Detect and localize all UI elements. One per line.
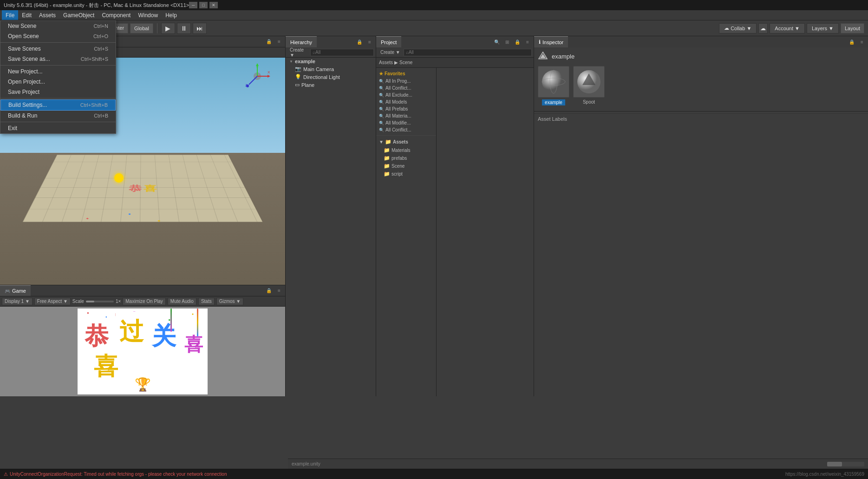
menu-file[interactable]: File [2,10,18,20]
menu-exit[interactable]: Exit [0,123,116,133]
inspector-asset-2[interactable]: Spoot [573,66,605,105]
menu-window[interactable]: Window [134,10,162,20]
menu-new-project[interactable]: New Project... [0,66,116,77]
inspector-menu-icon[interactable]: ≡ [858,38,866,46]
game-panel: 🎮 Game 🔒 ≡ Display 1 ▼ Free Aspect ▼ Sca… [0,285,285,396]
hierarchy-toolbar: Create ▼ [286,47,376,58]
project-toolbar: Create ▼ [376,47,534,58]
fav-all-conflict-2[interactable]: 🔍 All Conflict... [376,126,436,133]
hierarchy-example-label: example [295,59,315,64]
assets-main-panel [437,68,534,396]
close-button[interactable]: ✕ [209,2,218,8]
scene-menu-icon[interactable]: ≡ [275,38,283,46]
project-tab[interactable]: Project [376,36,401,47]
assets-arrow-icon: ▼ [379,139,384,144]
project-create-btn[interactable]: Create ▼ [378,49,403,55]
file-dropdown-menu: New SceneCtrl+N Open SceneCtrl+O Save Sc… [0,20,116,134]
minimize-button[interactable]: ─ [189,2,197,8]
toolbar-pause-button[interactable]: ⏸ [177,23,191,34]
toolbar-layers-button[interactable]: Layers ▼ [807,23,839,33]
menu-open-project[interactable]: Open Project... [0,77,116,87]
fav-search-icon-7: 🔍 [379,121,384,125]
hierarchy-main-camera[interactable]: 📷 Main Camera [286,65,376,73]
fav-all-prefabs[interactable]: 🔍 All Prefabs [376,105,436,112]
inspector-panel-icons: 🔒 ≡ [848,38,868,46]
menu-save-scenes[interactable]: Save ScenesCtrl+S [0,44,116,54]
inspector-asset-1[interactable]: example [538,66,569,105]
game-stats-btn[interactable]: Stats [198,298,215,305]
title-controls: ─ □ ✕ [189,2,218,8]
menu-gameobject[interactable]: GameObject [59,10,98,20]
menu-save-scene-as[interactable]: Save Scene as...Ctrl+Shift+S [0,54,116,64]
asset-folder-script[interactable]: 📁 script [376,170,436,178]
project-search-input[interactable] [404,49,532,56]
svg-text:X: X [268,70,270,74]
toolbar-collab-button[interactable]: ☁ Collab ▼ [719,23,757,33]
svg-marker-4 [268,75,270,78]
toolbar-local-global[interactable]: Global [130,23,153,33]
inspector-asset-1-highlight: example [542,99,565,105]
fav-all-exclude[interactable]: 🔍 All Exclude... [376,92,436,98]
menu-build-settings[interactable]: Build Settings...Ctrl+Shift+B [0,99,116,111]
asset-folder-materials[interactable]: 📁 Materials [376,146,436,154]
fav-all-in-prog[interactable]: 🔍 All In Prog... [376,78,436,85]
scene-panel-icons: 🔒 ≡ [265,38,285,46]
hierarchy-example-group[interactable]: ▼ example [286,58,376,65]
hierarchy-directional-light[interactable]: 💡 Directional Light [286,73,376,81]
toolbar-cloud-button[interactable]: ☁ [758,23,768,33]
game-maximize-btn[interactable]: Maximize On Play [123,298,166,305]
maximize-button[interactable]: □ [199,2,208,8]
game-aspect-btn[interactable]: Free Aspect ▼ [34,298,71,305]
game-tab[interactable]: 🎮 Game [0,285,31,296]
game-display-btn[interactable]: Display 1 ▼ [2,298,33,305]
fav-all-models-label: All Models [385,99,407,105]
star-icon: ★ [379,71,383,76]
game-lock-icon[interactable]: 🔒 [265,287,273,295]
hierarchy-plane[interactable]: ▭ Plane [286,81,376,89]
hierarchy-menu-icon[interactable]: ≡ [365,38,374,46]
game-menu-icon[interactable]: ≡ [275,287,283,295]
toolbar-play-button[interactable]: ▶ [161,23,175,34]
game-gizmos-btn[interactable]: Gizmos ▼ [216,298,244,305]
toolbar-step-button[interactable]: ⏭ [193,23,207,34]
svg-point-12 [542,70,565,93]
inspector-tab[interactable]: ℹ Inspector [534,36,568,47]
fav-all-conflict-1[interactable]: 🔍 All Conflict... [376,85,436,92]
project-lock-icon[interactable]: 🔒 [513,38,522,46]
game-scale-slider[interactable] [86,301,114,302]
menu-help[interactable]: Help [162,10,181,20]
toolbar-account-button[interactable]: Account ▼ [770,23,805,33]
chinese-gong: 恭 [85,320,109,353]
hierarchy-lock-icon[interactable]: 🔒 [355,38,364,46]
game-mute-btn[interactable]: Mute Audio [168,298,196,305]
menu-save-project[interactable]: Save Project [0,87,116,97]
hierarchy-create-btn[interactable]: Create ▼ [287,47,309,58]
hierarchy-search-input[interactable] [310,49,374,56]
fav-all-models[interactable]: 🔍 All Models [376,98,436,105]
menu-component[interactable]: Component [98,10,134,20]
game-panel-icons: 🔒 ≡ [265,287,285,295]
hierarchy-tab[interactable]: Hierarchy [286,36,317,47]
menu-open-scene[interactable]: Open SceneCtrl+O [0,31,116,41]
project-sort-icon[interactable]: ⊞ [503,38,511,46]
scene-gizmo: Y X Z [243,62,271,90]
asset-folder-scene[interactable]: 📁 Scene [376,162,436,170]
menu-new-scene[interactable]: New SceneCtrl+N [0,21,116,31]
inspector-tab-bar: ℹ Inspector 🔒 ≡ [534,36,868,47]
project-search-icon[interactable]: 🔍 [493,38,501,46]
menu-assets[interactable]: Assets [35,10,59,20]
menu-edit[interactable]: Edit [18,10,35,20]
confetti-5: ─ [133,310,135,313]
bottom-slider[interactable] [827,462,864,466]
asset-folder-prefabs[interactable]: 📁 prefabs [376,154,436,162]
fav-all-modified[interactable]: 🔍 All Modifie... [376,119,436,126]
hierarchy-panel: Hierarchy 🔒 ≡ Create ▼ ▼ example 📷 Main … [286,36,376,396]
inspector-lock-icon[interactable]: 🔒 [848,38,856,46]
toolbar-layout-button[interactable]: Layout [841,23,864,33]
scene-lock-icon[interactable]: 🔒 [265,38,273,46]
project-menu-icon[interactable]: ≡ [523,38,532,46]
confetti-1: ● [87,311,89,315]
menu-build-run[interactable]: Build & RunCtrl+B [0,111,116,121]
fav-all-materials[interactable]: 🔍 All Materia... [376,112,436,119]
title-bar: Unity 5.6.3f1 (64bit) - example.unity - … [0,0,868,10]
